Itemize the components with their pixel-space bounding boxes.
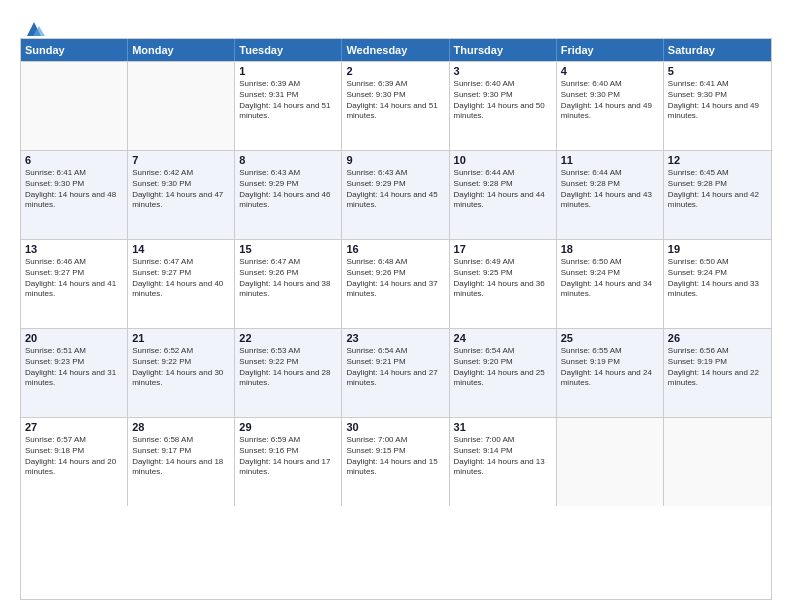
day-number: 12 [668, 154, 767, 166]
weekday-header: Monday [128, 39, 235, 61]
cell-info: Sunrise: 6:43 AM Sunset: 9:29 PM Dayligh… [346, 168, 444, 211]
cell-info: Sunrise: 7:00 AM Sunset: 9:15 PM Dayligh… [346, 435, 444, 478]
calendar-cell [128, 62, 235, 150]
calendar-cell: 11Sunrise: 6:44 AM Sunset: 9:28 PM Dayli… [557, 151, 664, 239]
calendar-cell: 5Sunrise: 6:41 AM Sunset: 9:30 PM Daylig… [664, 62, 771, 150]
calendar-cell: 19Sunrise: 6:50 AM Sunset: 9:24 PM Dayli… [664, 240, 771, 328]
calendar-row: 6Sunrise: 6:41 AM Sunset: 9:30 PM Daylig… [21, 150, 771, 239]
calendar-row: 1Sunrise: 6:39 AM Sunset: 9:31 PM Daylig… [21, 61, 771, 150]
calendar-cell: 4Sunrise: 6:40 AM Sunset: 9:30 PM Daylig… [557, 62, 664, 150]
calendar-cell [664, 418, 771, 506]
calendar-cell: 27Sunrise: 6:57 AM Sunset: 9:18 PM Dayli… [21, 418, 128, 506]
calendar-cell: 23Sunrise: 6:54 AM Sunset: 9:21 PM Dayli… [342, 329, 449, 417]
cell-info: Sunrise: 6:46 AM Sunset: 9:27 PM Dayligh… [25, 257, 123, 300]
calendar-cell: 14Sunrise: 6:47 AM Sunset: 9:27 PM Dayli… [128, 240, 235, 328]
calendar-cell: 18Sunrise: 6:50 AM Sunset: 9:24 PM Dayli… [557, 240, 664, 328]
calendar-cell: 25Sunrise: 6:55 AM Sunset: 9:19 PM Dayli… [557, 329, 664, 417]
cell-info: Sunrise: 6:48 AM Sunset: 9:26 PM Dayligh… [346, 257, 444, 300]
calendar-header: SundayMondayTuesdayWednesdayThursdayFrid… [21, 39, 771, 61]
calendar-cell: 6Sunrise: 6:41 AM Sunset: 9:30 PM Daylig… [21, 151, 128, 239]
calendar-cell: 7Sunrise: 6:42 AM Sunset: 9:30 PM Daylig… [128, 151, 235, 239]
calendar-cell: 13Sunrise: 6:46 AM Sunset: 9:27 PM Dayli… [21, 240, 128, 328]
calendar-cell: 28Sunrise: 6:58 AM Sunset: 9:17 PM Dayli… [128, 418, 235, 506]
day-number: 10 [454, 154, 552, 166]
day-number: 25 [561, 332, 659, 344]
cell-info: Sunrise: 6:50 AM Sunset: 9:24 PM Dayligh… [668, 257, 767, 300]
day-number: 4 [561, 65, 659, 77]
logo-icon [23, 18, 45, 40]
calendar-body: 1Sunrise: 6:39 AM Sunset: 9:31 PM Daylig… [21, 61, 771, 506]
logo [20, 18, 45, 28]
calendar-cell: 15Sunrise: 6:47 AM Sunset: 9:26 PM Dayli… [235, 240, 342, 328]
cell-info: Sunrise: 6:41 AM Sunset: 9:30 PM Dayligh… [668, 79, 767, 122]
calendar-cell: 20Sunrise: 6:51 AM Sunset: 9:23 PM Dayli… [21, 329, 128, 417]
day-number: 11 [561, 154, 659, 166]
weekday-header: Friday [557, 39, 664, 61]
day-number: 31 [454, 421, 552, 433]
cell-info: Sunrise: 6:52 AM Sunset: 9:22 PM Dayligh… [132, 346, 230, 389]
calendar-cell: 21Sunrise: 6:52 AM Sunset: 9:22 PM Dayli… [128, 329, 235, 417]
day-number: 26 [668, 332, 767, 344]
calendar-row: 13Sunrise: 6:46 AM Sunset: 9:27 PM Dayli… [21, 239, 771, 328]
cell-info: Sunrise: 6:56 AM Sunset: 9:19 PM Dayligh… [668, 346, 767, 389]
calendar-cell: 16Sunrise: 6:48 AM Sunset: 9:26 PM Dayli… [342, 240, 449, 328]
calendar-row: 20Sunrise: 6:51 AM Sunset: 9:23 PM Dayli… [21, 328, 771, 417]
cell-info: Sunrise: 6:51 AM Sunset: 9:23 PM Dayligh… [25, 346, 123, 389]
day-number: 16 [346, 243, 444, 255]
weekday-header: Tuesday [235, 39, 342, 61]
day-number: 24 [454, 332, 552, 344]
cell-info: Sunrise: 6:39 AM Sunset: 9:30 PM Dayligh… [346, 79, 444, 122]
day-number: 5 [668, 65, 767, 77]
calendar-cell: 31Sunrise: 7:00 AM Sunset: 9:14 PM Dayli… [450, 418, 557, 506]
day-number: 27 [25, 421, 123, 433]
calendar-cell: 8Sunrise: 6:43 AM Sunset: 9:29 PM Daylig… [235, 151, 342, 239]
day-number: 15 [239, 243, 337, 255]
day-number: 8 [239, 154, 337, 166]
cell-info: Sunrise: 7:00 AM Sunset: 9:14 PM Dayligh… [454, 435, 552, 478]
cell-info: Sunrise: 6:53 AM Sunset: 9:22 PM Dayligh… [239, 346, 337, 389]
calendar-cell: 10Sunrise: 6:44 AM Sunset: 9:28 PM Dayli… [450, 151, 557, 239]
day-number: 9 [346, 154, 444, 166]
calendar-cell: 9Sunrise: 6:43 AM Sunset: 9:29 PM Daylig… [342, 151, 449, 239]
calendar-cell [21, 62, 128, 150]
cell-info: Sunrise: 6:45 AM Sunset: 9:28 PM Dayligh… [668, 168, 767, 211]
calendar: SundayMondayTuesdayWednesdayThursdayFrid… [20, 38, 772, 600]
calendar-cell: 29Sunrise: 6:59 AM Sunset: 9:16 PM Dayli… [235, 418, 342, 506]
cell-info: Sunrise: 6:44 AM Sunset: 9:28 PM Dayligh… [561, 168, 659, 211]
day-number: 23 [346, 332, 444, 344]
weekday-header: Saturday [664, 39, 771, 61]
cell-info: Sunrise: 6:44 AM Sunset: 9:28 PM Dayligh… [454, 168, 552, 211]
day-number: 2 [346, 65, 444, 77]
calendar-cell: 3Sunrise: 6:40 AM Sunset: 9:30 PM Daylig… [450, 62, 557, 150]
day-number: 17 [454, 243, 552, 255]
day-number: 21 [132, 332, 230, 344]
cell-info: Sunrise: 6:47 AM Sunset: 9:26 PM Dayligh… [239, 257, 337, 300]
cell-info: Sunrise: 6:41 AM Sunset: 9:30 PM Dayligh… [25, 168, 123, 211]
day-number: 13 [25, 243, 123, 255]
calendar-cell: 1Sunrise: 6:39 AM Sunset: 9:31 PM Daylig… [235, 62, 342, 150]
day-number: 20 [25, 332, 123, 344]
day-number: 6 [25, 154, 123, 166]
calendar-row: 27Sunrise: 6:57 AM Sunset: 9:18 PM Dayli… [21, 417, 771, 506]
weekday-header: Wednesday [342, 39, 449, 61]
cell-info: Sunrise: 6:54 AM Sunset: 9:21 PM Dayligh… [346, 346, 444, 389]
calendar-cell: 2Sunrise: 6:39 AM Sunset: 9:30 PM Daylig… [342, 62, 449, 150]
calendar-cell: 30Sunrise: 7:00 AM Sunset: 9:15 PM Dayli… [342, 418, 449, 506]
cell-info: Sunrise: 6:40 AM Sunset: 9:30 PM Dayligh… [454, 79, 552, 122]
day-number: 19 [668, 243, 767, 255]
cell-info: Sunrise: 6:58 AM Sunset: 9:17 PM Dayligh… [132, 435, 230, 478]
cell-info: Sunrise: 6:47 AM Sunset: 9:27 PM Dayligh… [132, 257, 230, 300]
calendar-cell: 12Sunrise: 6:45 AM Sunset: 9:28 PM Dayli… [664, 151, 771, 239]
day-number: 30 [346, 421, 444, 433]
day-number: 29 [239, 421, 337, 433]
cell-info: Sunrise: 6:59 AM Sunset: 9:16 PM Dayligh… [239, 435, 337, 478]
cell-info: Sunrise: 6:57 AM Sunset: 9:18 PM Dayligh… [25, 435, 123, 478]
cell-info: Sunrise: 6:55 AM Sunset: 9:19 PM Dayligh… [561, 346, 659, 389]
calendar-cell: 26Sunrise: 6:56 AM Sunset: 9:19 PM Dayli… [664, 329, 771, 417]
page: SundayMondayTuesdayWednesdayThursdayFrid… [0, 0, 792, 612]
cell-info: Sunrise: 6:40 AM Sunset: 9:30 PM Dayligh… [561, 79, 659, 122]
day-number: 7 [132, 154, 230, 166]
cell-info: Sunrise: 6:42 AM Sunset: 9:30 PM Dayligh… [132, 168, 230, 211]
weekday-header: Sunday [21, 39, 128, 61]
calendar-cell: 24Sunrise: 6:54 AM Sunset: 9:20 PM Dayli… [450, 329, 557, 417]
